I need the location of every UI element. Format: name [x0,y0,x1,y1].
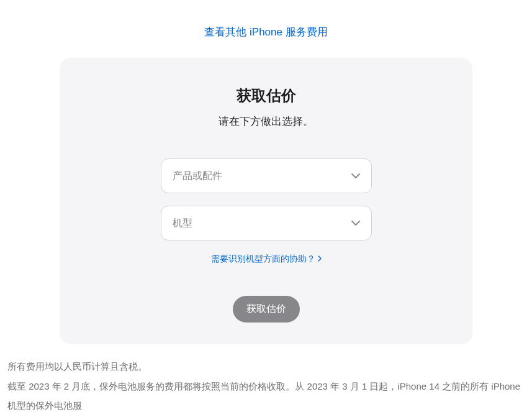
product-select[interactable]: 产品或配件 [161,158,372,193]
card-title: 获取估价 [78,86,454,106]
model-select-placeholder: 机型 [173,217,351,230]
footer-line-2: 截至 2023 年 2 月底，保外电池服务的费用都将按照当前的价格收取。从 20… [7,377,525,413]
view-other-fees-link[interactable]: 查看其他 iPhone 服务费用 [204,26,327,38]
card-subtitle: 请在下方做出选择。 [78,114,454,129]
identify-model-help-link[interactable]: 需要识别机型方面的协助？ [211,254,322,263]
help-link-text: 需要识别机型方面的协助？ [211,254,315,263]
help-link-container: 需要识别机型方面的协助？ [78,253,454,265]
get-estimate-button[interactable]: 获取估价 [233,296,300,323]
footer-notes: 所有费用均以人民币计算且含税。 截至 2023 年 2 月底，保外电池服务的费用… [0,357,532,412]
estimate-card: 获取估价 请在下方做出选择。 产品或配件 机型 需要识别机型方面的协助？ 获取估… [60,58,472,344]
product-select-placeholder: 产品或配件 [173,170,351,183]
view-other-fees-link-container: 查看其他 iPhone 服务费用 [0,25,532,39]
chevron-down-icon [351,221,360,226]
chevron-right-icon [318,254,322,263]
footer-line-1: 所有费用均以人民币计算且含税。 [7,357,525,377]
chevron-down-icon [351,173,360,178]
model-select[interactable]: 机型 [161,206,372,240]
